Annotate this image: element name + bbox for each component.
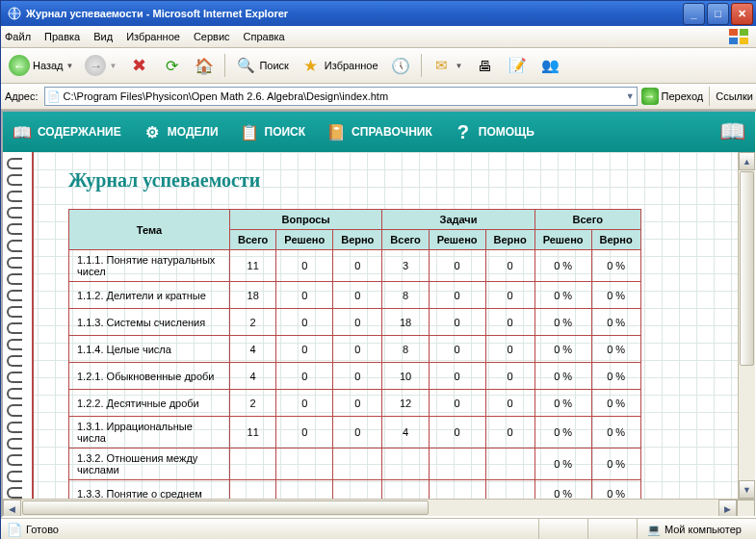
cell: 0 (429, 390, 485, 417)
cell (382, 480, 429, 500)
address-dropdown-icon[interactable]: ▼ (626, 91, 635, 101)
scroll-right-button[interactable]: ▶ (718, 500, 737, 516)
nav-models-label: МОДЕЛИ (168, 125, 219, 139)
menu-tools[interactable]: Сервис (194, 31, 230, 42)
scroll-track[interactable] (739, 367, 755, 480)
cell: 0 (276, 250, 333, 282)
go-label: Переход (662, 90, 704, 102)
cell: 1.2.1. Обыкновенные дроби (69, 363, 230, 390)
hscroll-track[interactable] (430, 500, 718, 516)
menu-edit[interactable]: Правка (44, 31, 80, 42)
cell: 0 % (534, 449, 591, 480)
cell: 0 % (534, 282, 591, 309)
search-icon: 🔍 (235, 55, 256, 76)
cell: 0 (485, 282, 534, 309)
cell: 0 (333, 282, 382, 309)
cell: 0 (429, 336, 485, 363)
mail-button[interactable]: ✉▼ (428, 53, 467, 78)
horizontal-scrollbar[interactable]: ◀ ▶ (3, 499, 755, 516)
links-label[interactable]: Ссылки (716, 90, 753, 102)
window-controls: _ □ ✕ (683, 3, 753, 25)
home-icon: 🏠 (194, 55, 215, 76)
hscroll-thumb[interactable] (22, 500, 429, 515)
open-book-icon: 📖 (719, 119, 745, 144)
cell: 8 (382, 282, 429, 309)
scroll-up-button[interactable]: ▲ (739, 152, 755, 170)
cell: 1.3.2. Отношения между числами (69, 449, 230, 480)
svg-rect-3 (729, 38, 738, 44)
table-row: 1.1.3. Системы счисления20018000 %0 % (69, 309, 641, 336)
address-input[interactable]: 📄 C:\Program Files\Physicon\Open Math 2.… (44, 87, 638, 106)
cell: 0 (429, 282, 485, 309)
status-zone: 💻 Мой компьютер (637, 519, 751, 539)
table-row: 1.3.2. Отношения между числами0 %0 % (69, 449, 641, 480)
app-nav: 📖СОДЕРЖАНИЕ ⚙МОДЕЛИ 📋ПОИСК 📔СПРАВОЧНИК ?… (3, 112, 755, 152)
scroll-down-button[interactable]: ▼ (739, 480, 755, 499)
svg-rect-1 (729, 29, 738, 36)
document-icon: 📄 (7, 523, 22, 537)
nav-search[interactable]: 📋ПОИСК (240, 122, 306, 141)
scroll-thumb[interactable] (740, 171, 754, 366)
cell: 4 (382, 417, 429, 449)
table-row: 1.1.2. Делители и кратные18008000 %0 % (69, 282, 641, 309)
messenger-button[interactable]: 👥 (536, 53, 565, 78)
back-button[interactable]: ← Назад ▼ (5, 53, 77, 78)
nav-contents[interactable]: 📖СОДЕРЖАНИЕ (13, 122, 121, 141)
favorites-button[interactable]: ★ Избранное (297, 53, 382, 78)
cell (230, 480, 276, 500)
cell: 0 % (534, 250, 591, 282)
cell: 3 (382, 250, 429, 282)
mail-icon: ✉ (431, 55, 453, 76)
cell (276, 449, 333, 480)
separator (224, 54, 225, 77)
nav-reference[interactable]: 📔СПРАВОЧНИК (326, 122, 432, 141)
home-button[interactable]: 🏠 (190, 53, 219, 78)
print-button[interactable]: 🖶 (471, 53, 500, 78)
stop-button[interactable]: ✖ (124, 53, 153, 78)
cell: 0 (333, 417, 382, 449)
back-label: Назад (33, 60, 64, 71)
browser-window: Журнал успеваемости - Microsoft Internet… (0, 0, 756, 539)
cell: 0 (429, 363, 485, 390)
menu-file[interactable]: Файл (5, 31, 31, 42)
edit-button[interactable]: 📝 (504, 53, 533, 78)
book-icon: 📖 (13, 122, 32, 141)
menu-help[interactable]: Справка (244, 31, 285, 42)
maximize-button[interactable]: □ (707, 3, 729, 25)
status-zone-label: Мой компьютер (665, 524, 742, 535)
svg-rect-2 (740, 29, 748, 36)
vertical-scrollbar[interactable]: ▲ ▼ (738, 152, 755, 499)
colgroup-questions: Вопросы (230, 210, 382, 230)
cell: 0 (276, 336, 333, 363)
menu-view[interactable]: Вид (93, 31, 113, 42)
cell: 0 (429, 250, 485, 282)
chevron-down-icon: ▼ (109, 62, 117, 70)
cell: 0 % (591, 390, 640, 417)
cell: 1.3.1. Иррациональные числа (69, 417, 230, 449)
colgroup-total: Всего (534, 210, 640, 230)
go-button[interactable]: → Переход (641, 88, 704, 105)
cell: 0 % (591, 309, 640, 336)
refresh-icon: ⟳ (161, 55, 182, 76)
cell (276, 480, 333, 500)
minimize-button[interactable]: _ (683, 3, 705, 25)
computer-icon: 💻 (647, 524, 661, 536)
cell: 0 (333, 336, 382, 363)
menu-favorites[interactable]: Избранное (126, 31, 180, 42)
cell: 11 (230, 417, 276, 449)
search-button[interactable]: 🔍 Поиск (231, 53, 292, 78)
cell (382, 449, 429, 480)
notebook-icon: 📔 (326, 122, 346, 141)
close-button[interactable]: ✕ (731, 3, 753, 25)
history-button[interactable]: 🕔 (386, 53, 415, 78)
cell (429, 480, 485, 500)
cell: 1.1.4. Целые числа (69, 336, 230, 363)
refresh-button[interactable]: ⟳ (157, 53, 186, 78)
nav-help[interactable]: ?ПОМОЩЬ (454, 122, 534, 141)
forward-button[interactable]: → ▼ (81, 53, 120, 78)
cell (429, 449, 485, 480)
nav-models[interactable]: ⚙МОДЕЛИ (143, 122, 219, 141)
print-icon: 🖶 (475, 55, 496, 76)
go-icon: → (641, 88, 659, 105)
scroll-left-button[interactable]: ◀ (3, 500, 21, 516)
